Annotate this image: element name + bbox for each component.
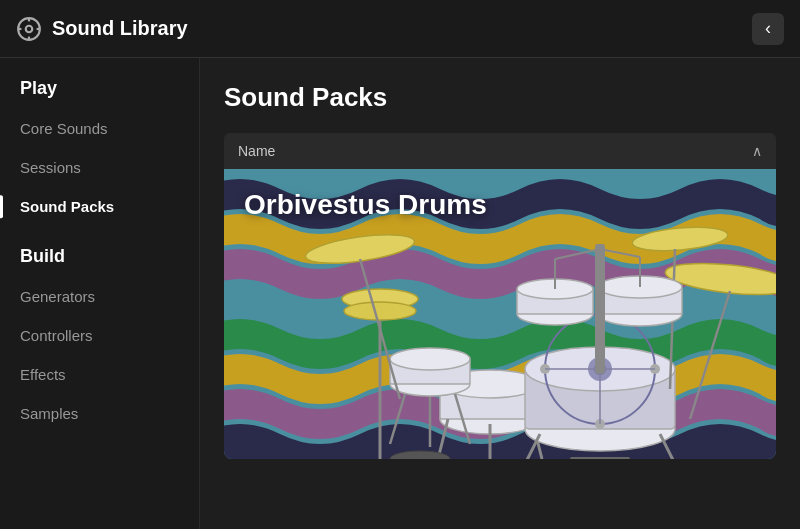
- sort-bar[interactable]: Name ∧: [224, 133, 776, 169]
- sidebar-item-sessions[interactable]: Sessions: [0, 148, 199, 187]
- sidebar-item-samples[interactable]: Samples: [0, 394, 199, 433]
- sidebar-item-generators[interactable]: Generators: [0, 277, 199, 316]
- app-container: Sound Library ‹ Play Core Sounds Session…: [0, 0, 800, 529]
- main-layout: Play Core Sounds Sessions Sound Packs Bu…: [0, 58, 800, 529]
- svg-rect-54: [570, 457, 630, 459]
- back-button[interactable]: ‹: [752, 13, 784, 45]
- svg-point-34: [344, 302, 416, 320]
- sound-library-icon: [16, 16, 42, 42]
- sidebar-section-gap: [0, 226, 199, 246]
- svg-point-29: [390, 348, 470, 370]
- content-area: Sound Packs Name ∧: [200, 58, 800, 529]
- svg-point-1: [26, 25, 33, 32]
- sidebar-item-sound-packs[interactable]: Sound Packs: [0, 187, 199, 226]
- sidebar-section-build: Build: [0, 246, 199, 277]
- sidebar-section-play: Play: [0, 78, 199, 109]
- sidebar-item-effects[interactable]: Effects: [0, 355, 199, 394]
- sort-chevron-icon: ∧: [752, 143, 762, 159]
- sort-label: Name: [238, 143, 275, 159]
- svg-rect-53: [595, 244, 605, 374]
- page-title: Sound Packs: [224, 82, 776, 113]
- sidebar-item-controllers[interactable]: Controllers: [0, 316, 199, 355]
- app-title: Sound Library: [52, 17, 188, 40]
- sidebar: Play Core Sounds Sessions Sound Packs Bu…: [0, 58, 200, 529]
- header: Sound Library ‹: [0, 0, 800, 58]
- pack-card-name: Orbivestus Drums: [244, 189, 487, 221]
- pack-card-orbivestus-drums[interactable]: Orbivestus Drums: [224, 169, 776, 459]
- header-left: Sound Library: [16, 16, 188, 42]
- sidebar-item-core-sounds[interactable]: Core Sounds: [0, 109, 199, 148]
